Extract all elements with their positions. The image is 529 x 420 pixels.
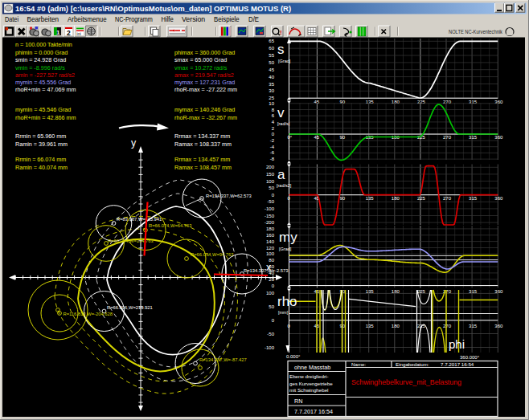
svg-text:-4: -4 [270, 145, 275, 149]
svg-text:315: 315 [469, 289, 478, 294]
svg-text:7.7.2017 16:54: 7.7.2017 16:54 [441, 361, 474, 367]
svg-text:Name:: Name: [351, 361, 367, 367]
svg-text:35: 35 [269, 82, 274, 87]
svg-text:360: 360 [494, 289, 503, 294]
svg-text:270: 270 [443, 135, 452, 140]
svg-text:n = 100.000 Takte/min: n = 100.000 Takte/min [15, 41, 72, 48]
svg-text:Version: Version [182, 14, 205, 23]
svg-text:rhoR-max = -32.267 mm: rhoR-max = -32.267 mm [174, 114, 237, 121]
svg-text:amin = -227.527 rad/s2: amin = -227.527 rad/s2 [15, 71, 75, 79]
svg-text:Datei: Datei [5, 14, 18, 23]
svg-text:[rad/s2]: [rad/s2] [277, 183, 292, 188]
svg-text:rhoR+min = 47.069 mm: rhoR+min = 47.069 mm [15, 86, 76, 93]
svg-text:180: 180 [392, 196, 400, 201]
svg-text:2: 2 [67, 29, 71, 37]
svg-text:225: 225 [417, 196, 426, 201]
svg-text:25: 25 [269, 96, 274, 100]
svg-text:R=83.907,W=115.941: R=83.907,W=115.941 [117, 217, 162, 222]
svg-text:315: 315 [469, 196, 478, 201]
svg-text:Rrmax = 134.457 mm: Rrmax = 134.457 mm [174, 156, 230, 163]
svg-text:-50: -50 [267, 332, 274, 336]
svg-text:270: 270 [443, 196, 452, 201]
svg-text:120: 120 [266, 246, 275, 251]
svg-text:a: a [277, 167, 285, 182]
svg-text:40: 40 [269, 75, 274, 80]
svg-text:100: 100 [266, 291, 275, 296]
svg-text:R=66.074,W=94.763: R=66.074,W=94.763 [191, 252, 234, 257]
svg-text:Arbeitsmenue: Arbeitsmenue [68, 14, 107, 23]
svg-text:Schwinghebelkurve_mit_Belastun: Schwinghebelkurve_mit_Belastung [351, 378, 461, 386]
svg-text:50: 50 [269, 60, 274, 65]
svg-text:Ramax = 108.457 mm: Ramax = 108.457 mm [174, 164, 232, 171]
svg-text:y: y [131, 137, 137, 149]
svg-text:NC-Programm: NC-Programm [115, 14, 153, 23]
svg-text:16:54 #0 (adm) [c:\users\RN\O: 16:54 #0 (adm) [c:\users\RN\OptimusMotus… [15, 4, 291, 13]
svg-text:ini: ini [77, 31, 81, 36]
svg-text:180: 180 [392, 289, 400, 294]
svg-text:mymin = 45.556 Grad: mymin = 45.556 Grad [15, 79, 71, 86]
svg-text:135: 135 [366, 196, 375, 201]
svg-text:Rrmin = 65.960 mm: Rrmin = 65.960 mm [15, 133, 66, 140]
svg-text:Ramax = 108.337 mm: Ramax = 108.337 mm [174, 141, 232, 148]
svg-text:smax = 65.000 Grad: smax = 65.000 Grad [174, 56, 227, 63]
svg-text:-8: -8 [270, 157, 275, 161]
svg-text:my: my [279, 230, 297, 245]
svg-text:[mm]: [mm] [278, 310, 289, 315]
svg-text:10: 10 [269, 101, 274, 106]
svg-text:R=66.806,W=219.921: R=66.806,W=219.921 [107, 305, 153, 310]
svg-text:mymax = 140.246 Grad: mymax = 140.246 Grad [174, 106, 235, 113]
svg-text:100: 100 [266, 179, 275, 184]
svg-text:NOLTE NC-Kurventechnik: NOLTE NC-Kurventechnik [449, 29, 503, 35]
svg-text:phimax = 360.000 Grad: phimax = 360.000 Grad [174, 49, 235, 56]
svg-text:-200: -200 [264, 220, 275, 225]
svg-text:160: 160 [266, 233, 275, 238]
svg-text:140: 140 [266, 239, 275, 244]
svg-text:Bearbeiten: Bearbeiten [27, 14, 59, 23]
svg-text:180: 180 [392, 324, 400, 328]
svg-text:-100: -100 [264, 206, 275, 211]
svg-text:RN: RN [294, 398, 302, 405]
svg-text:150: 150 [266, 172, 275, 177]
svg-text:rhoR+min = 42.866 mm: rhoR+min = 42.866 mm [15, 114, 76, 121]
svg-text:mit Schwinghebel: mit Schwinghebel [289, 387, 329, 393]
svg-text:135: 135 [366, 324, 375, 328]
svg-text:rho: rho [277, 294, 297, 309]
svg-text:225: 225 [417, 289, 426, 294]
svg-text:R=134.337,W=62.573: R=134.337,W=62.573 [206, 194, 252, 198]
svg-text:R=134.337,W=-2.573: R=134.337,W=-2.573 [244, 268, 288, 273]
svg-text:rhoR-max = -27.222 mm: rhoR-max = -27.222 mm [174, 86, 237, 93]
svg-text:55: 55 [269, 53, 274, 58]
svg-text:smin = 24.928 Grad: smin = 24.928 Grad [15, 56, 66, 63]
svg-text:360: 360 [494, 324, 503, 328]
svg-text:45: 45 [314, 135, 319, 140]
svg-text:[Grad]: [Grad] [278, 59, 291, 63]
svg-text:-2: -2 [270, 138, 275, 143]
svg-text:270: 270 [443, 324, 452, 328]
svg-text:360: 360 [494, 135, 503, 140]
svg-text:R=66.074,W=134.763: R=66.074,W=134.763 [108, 239, 154, 243]
svg-text:phimin = 0.000 Grad: phimin = 0.000 Grad [15, 49, 68, 56]
svg-text:65: 65 [269, 39, 274, 43]
svg-text:30: 30 [269, 88, 274, 93]
svg-text:Ebene dreigliedri-: Ebene dreigliedri- [289, 373, 329, 379]
svg-text:Hilfe: Hilfe [162, 14, 174, 23]
svg-text:50: 50 [269, 186, 274, 190]
svg-text:135: 135 [366, 289, 375, 294]
svg-text:360.000°: 360.000° [460, 355, 480, 360]
svg-text:v: v [277, 105, 285, 120]
svg-text:mymin = 45.546 Grad: mymin = 45.546 Grad [15, 106, 71, 113]
svg-text:Ramin = 40.074 mm: Ramin = 40.074 mm [15, 164, 68, 171]
svg-text:ges Kurvengetriebe: ges Kurvengetriebe [289, 381, 333, 386]
svg-text:7.7.2017 16:54: 7.7.2017 16:54 [294, 408, 333, 415]
svg-text:90: 90 [340, 196, 346, 201]
svg-text:50: 50 [269, 304, 274, 309]
svg-text:vmin = -8.996 rad/s: vmin = -8.996 rad/s [15, 64, 65, 71]
svg-text:315: 315 [469, 324, 478, 328]
svg-text:R=134.387,W=-87.427: R=134.387,W=-87.427 [199, 357, 247, 362]
svg-text:Eingabedatum:: Eingabedatum: [396, 361, 429, 367]
svg-text:100: 100 [266, 251, 275, 256]
svg-text:phi: phi [449, 337, 465, 351]
svg-text:80: 80 [269, 258, 274, 263]
svg-text:-150: -150 [264, 214, 275, 218]
svg-text:360: 360 [494, 196, 503, 201]
